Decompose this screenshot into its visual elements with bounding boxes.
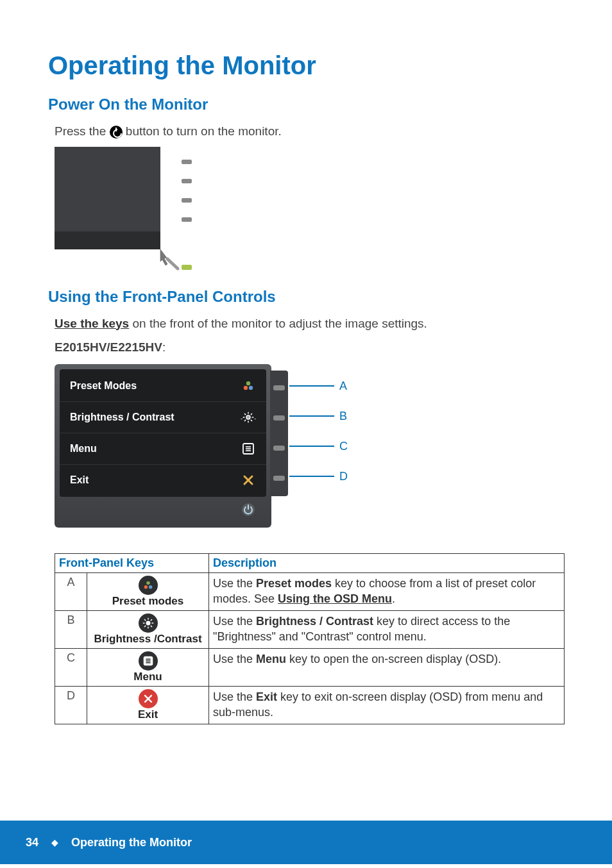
table-row: B Brightness /Contrast Use the Brightnes… xyxy=(55,610,565,648)
row-letter: B xyxy=(55,610,87,648)
row-description: Use the Preset modes key to choose from … xyxy=(209,572,565,610)
power-on-text-pre: Press the xyxy=(55,124,110,138)
section-power-on-heading: Power On the Monitor xyxy=(48,96,564,113)
osd-row-preset-modes[interactable]: Preset Modes xyxy=(60,371,266,402)
callout-line xyxy=(289,446,334,447)
table-row: D Exit Use the Exit key to exit on-scree… xyxy=(55,686,565,724)
key-name: Preset modes xyxy=(112,595,184,608)
table-header-description: Description xyxy=(209,553,565,572)
osd-panel: Preset Modes Brightness / Contrast -- Me… xyxy=(55,364,271,528)
model-colon: : xyxy=(162,340,166,354)
brightness-icon: -- xyxy=(241,410,256,425)
monitor-side-button xyxy=(182,179,192,183)
footer-diamond-icon: ◆ xyxy=(51,837,58,847)
table-row: A Preset modes Use the Preset modes key … xyxy=(55,572,565,610)
row-description: Use the Menu key to open the on-screen d… xyxy=(209,648,565,686)
svg-point-28 xyxy=(148,585,151,588)
svg-line-11 xyxy=(251,413,252,415)
front-panel-keys-table: Front-Panel Keys Description A Preset mo… xyxy=(55,553,565,724)
svg-rect-25 xyxy=(273,446,285,451)
osd-side-button[interactable] xyxy=(270,373,288,403)
monitor-bezel-bottom xyxy=(55,231,160,249)
svg-point-2 xyxy=(249,385,253,389)
svg-text:-: - xyxy=(254,415,256,421)
osd-row-menu[interactable]: Menu xyxy=(60,433,266,465)
menu-icon xyxy=(139,651,158,671)
svg-point-4 xyxy=(246,415,250,419)
exit-x-icon xyxy=(241,472,256,488)
monitor-side-button xyxy=(182,160,192,164)
callout-letter-d: D xyxy=(339,470,348,483)
monitor-side-button xyxy=(182,198,192,203)
front-panel-text: Use the keys on the front of the monitor… xyxy=(55,315,564,333)
osd-figure: Preset Modes Brightness / Contrast -- Me… xyxy=(55,364,324,528)
svg-point-3 xyxy=(246,381,250,385)
row-description: Use the Exit key to exit on-screen displ… xyxy=(209,686,565,724)
brightness-icon xyxy=(139,613,158,633)
table-row: C Menu Use the Menu key to open the on-s… xyxy=(55,648,565,686)
model-line: E2015HV/E2215HV: xyxy=(55,338,564,356)
row-letter: D xyxy=(55,686,87,724)
osd-label-exit: Exit xyxy=(70,474,89,486)
exit-x-icon xyxy=(139,689,158,708)
row-letter: C xyxy=(55,648,87,686)
row-letter: A xyxy=(55,572,87,610)
callout-line xyxy=(289,385,334,387)
osd-side-button[interactable] xyxy=(270,433,288,463)
svg-line-37 xyxy=(150,619,151,621)
preset-modes-icon xyxy=(241,378,256,394)
callout-line xyxy=(289,476,334,477)
svg-rect-23 xyxy=(273,385,285,390)
osd-side-button[interactable] xyxy=(270,403,288,433)
key-name: Brightness /Contrast xyxy=(94,633,201,646)
svg-point-27 xyxy=(144,585,147,588)
osd-power-row xyxy=(60,497,266,519)
osd-row-exit[interactable]: Exit xyxy=(60,465,266,496)
svg-rect-26 xyxy=(273,476,285,481)
page-title: Operating the Monitor xyxy=(48,51,564,80)
svg-line-0 xyxy=(167,259,178,269)
model-bold: E2015HV/E2215HV xyxy=(55,340,162,354)
footer-title: Operating the Monitor xyxy=(71,836,192,849)
svg-rect-24 xyxy=(273,415,285,421)
monitor-power-led xyxy=(182,265,192,270)
menu-icon xyxy=(241,441,256,456)
use-keys-link[interactable]: Use the keys xyxy=(55,317,129,330)
osd-label-brightness: Brightness / Contrast xyxy=(70,412,174,423)
monitor-side-button xyxy=(182,217,192,222)
osd-side-buttons xyxy=(270,371,288,496)
osd-menu-link[interactable]: Using the OSD Menu xyxy=(278,592,392,605)
power-on-text: Press the button to turn on the monitor. xyxy=(55,122,564,140)
power-icon xyxy=(110,126,123,138)
svg-point-1 xyxy=(244,385,248,389)
svg-line-12 xyxy=(244,420,246,421)
callout-letter-c: C xyxy=(339,440,348,453)
cursor-icon xyxy=(157,246,183,272)
footer-page-number: 34 xyxy=(26,836,38,849)
osd-label-preset-modes: Preset Modes xyxy=(70,380,137,392)
osd-row-brightness[interactable]: Brightness / Contrast -- xyxy=(60,402,266,433)
callout-line xyxy=(289,415,334,417)
svg-line-36 xyxy=(150,625,151,626)
front-panel-text-rest: on the front of the monitor to adjust th… xyxy=(129,317,427,330)
section-front-panel-heading: Using the Front-Panel Controls xyxy=(48,288,564,306)
callout-letter-a: A xyxy=(339,380,347,393)
osd-side-button[interactable] xyxy=(270,463,288,494)
page-footer: 34 ◆ Operating the Monitor xyxy=(0,821,612,864)
svg-point-29 xyxy=(146,581,149,584)
callout-letter-b: B xyxy=(339,410,347,423)
svg-line-38 xyxy=(144,625,146,626)
table-header-keys: Front-Panel Keys xyxy=(55,553,209,572)
row-description: Use the Brightness / Contrast key to dir… xyxy=(209,610,565,648)
svg-line-9 xyxy=(244,413,246,415)
osd-label-menu: Menu xyxy=(70,443,97,455)
svg-point-30 xyxy=(146,621,149,624)
power-icon[interactable] xyxy=(241,502,256,517)
preset-modes-icon xyxy=(139,576,158,595)
key-name: Menu xyxy=(133,671,162,683)
monitor-screen xyxy=(55,147,160,249)
svg-text:-: - xyxy=(241,415,242,421)
svg-line-10 xyxy=(251,420,252,421)
monitor-illustration xyxy=(55,147,183,275)
key-name: Exit xyxy=(138,708,158,721)
